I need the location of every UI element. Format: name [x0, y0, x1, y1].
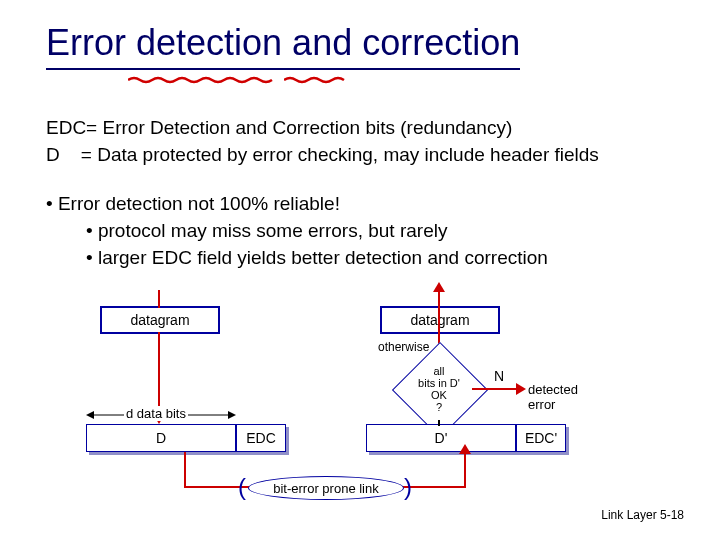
underline-and-icon	[284, 76, 349, 82]
decision-diamond: all bits in D' OK ?	[406, 356, 472, 422]
label-link: bit-error prone link	[273, 481, 379, 496]
diamond-line-2: bits in D'	[418, 377, 460, 389]
paren-right-icon: )	[404, 473, 412, 501]
label-n: N	[494, 368, 504, 384]
pipe-right-up	[464, 452, 466, 488]
box-d-prime: D'	[366, 424, 516, 452]
arrow-up-right-head-icon	[433, 282, 445, 292]
label-detected-error: detected error	[528, 382, 578, 412]
label-datagram-left: datagram	[130, 312, 189, 328]
footer-page-number: Link Layer 5-18	[601, 508, 684, 522]
label-d-bits: d data bits	[124, 406, 188, 421]
svg-marker-2	[228, 411, 236, 419]
frame-d-edc-left: D EDC	[86, 424, 286, 452]
underline-detection-icon	[128, 76, 275, 82]
bullet-1: • Error detection not 100% reliable!	[46, 190, 548, 217]
paren-left-icon: (	[238, 473, 246, 501]
bullet-3: • larger EDC field yields better detecti…	[46, 244, 548, 271]
box-edc: EDC	[236, 424, 286, 452]
diamond-line-1: all	[433, 365, 444, 377]
arrow-down-left-top	[158, 290, 160, 308]
bullet-list: • Error detection not 100% reliable! • p…	[46, 190, 548, 271]
oval-link: bit-error prone link	[248, 476, 404, 500]
label-otherwise: otherwise	[378, 340, 429, 354]
box-edc-prime: EDC'	[516, 424, 566, 452]
arrow-down-left	[158, 332, 160, 416]
label-detected: detected	[528, 382, 578, 397]
diamond-line-3: OK	[431, 389, 447, 401]
arrow-n-head-icon	[516, 383, 526, 395]
pipe-right-up-head-icon	[459, 444, 471, 454]
def-edc: EDC= Error Detection and Correction bits…	[46, 114, 599, 141]
def-d: D = Data protected by error checking, ma…	[46, 141, 599, 168]
pipe-left-down	[184, 452, 186, 488]
edc-diagram: datagram datagram otherwise all bits in …	[80, 290, 640, 500]
arrow-n-branch	[472, 388, 518, 390]
definitions-block: EDC= Error Detection and Correction bits…	[46, 114, 599, 168]
svg-marker-1	[86, 411, 94, 419]
label-error: error	[528, 397, 555, 412]
arrow-dprime-to-diamond	[438, 420, 440, 426]
box-d: D	[86, 424, 236, 452]
slide-title: Error detection and correction	[46, 22, 520, 70]
box-datagram-right: datagram	[380, 306, 500, 334]
box-datagram-left: datagram	[100, 306, 220, 334]
label-datagram-right: datagram	[410, 312, 469, 328]
diamond-line-4: ?	[436, 401, 442, 413]
bullet-2: • protocol may miss some errors, but rar…	[46, 217, 548, 244]
